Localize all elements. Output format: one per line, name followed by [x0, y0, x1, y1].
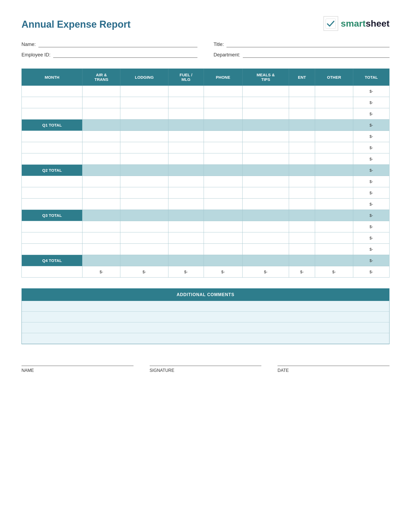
cell-phone[interactable]	[204, 232, 242, 244]
cell-fuel-mlg[interactable]	[168, 199, 204, 210]
cell-fuel-mlg[interactable]	[168, 210, 204, 221]
cell-fuel-mlg[interactable]	[168, 120, 204, 131]
cell-fuel-mlg[interactable]	[168, 131, 204, 142]
cell-meals-tips[interactable]	[242, 142, 289, 153]
department-field[interactable]: Department:	[214, 52, 390, 58]
cell-meals-tips[interactable]	[242, 120, 289, 131]
cell-phone[interactable]	[204, 255, 242, 266]
cell-meals-tips[interactable]	[242, 244, 289, 255]
cell-ent[interactable]	[289, 221, 315, 232]
cell-fuel-mlg[interactable]	[168, 108, 204, 120]
cell-meals-tips[interactable]	[242, 176, 289, 187]
cell-air-trans[interactable]	[82, 108, 120, 120]
cell-fuel-mlg[interactable]	[168, 97, 204, 108]
cell-lodging[interactable]	[120, 120, 168, 131]
cell-meals-tips[interactable]	[242, 199, 289, 210]
cell-ent[interactable]	[289, 176, 315, 187]
cell-fuel-mlg[interactable]	[168, 142, 204, 153]
cell-other[interactable]	[315, 142, 353, 153]
cell-fuel-mlg[interactable]	[168, 255, 204, 266]
cell-air-trans[interactable]	[82, 210, 120, 221]
cell-meals-tips[interactable]	[242, 165, 289, 176]
cell-meals-tips[interactable]	[242, 187, 289, 199]
cell-lodging[interactable]	[120, 86, 168, 97]
cell-meals-tips[interactable]	[242, 108, 289, 120]
cell-other[interactable]	[315, 210, 353, 221]
cell-phone[interactable]	[204, 97, 242, 108]
cell-air-trans[interactable]	[82, 232, 120, 244]
cell-air-trans[interactable]	[82, 97, 120, 108]
cell-other[interactable]	[315, 131, 353, 142]
cell-fuel-mlg[interactable]	[168, 232, 204, 244]
cell-meals-tips[interactable]	[242, 221, 289, 232]
cell-lodging[interactable]	[120, 255, 168, 266]
cell-other[interactable]	[315, 108, 353, 120]
cell-phone[interactable]	[204, 244, 242, 255]
cell-other[interactable]	[315, 176, 353, 187]
cell-fuel-mlg[interactable]	[168, 187, 204, 199]
sig-date-field[interactable]: DATE	[277, 366, 390, 373]
title-field[interactable]: Title:	[214, 42, 390, 47]
cell-phone[interactable]	[204, 221, 242, 232]
cell-ent[interactable]	[289, 244, 315, 255]
cell-other[interactable]	[315, 120, 353, 131]
cell-other[interactable]	[315, 187, 353, 199]
cell-meals-tips[interactable]	[242, 86, 289, 97]
cell-phone[interactable]	[204, 199, 242, 210]
cell-phone[interactable]	[204, 120, 242, 131]
cell-lodging[interactable]	[120, 142, 168, 153]
cell-meals-tips[interactable]	[242, 210, 289, 221]
cell-air-trans[interactable]	[82, 244, 120, 255]
cell-lodging[interactable]	[120, 176, 168, 187]
cell-other[interactable]	[315, 165, 353, 176]
cell-air-trans[interactable]	[82, 86, 120, 97]
employee-id-field[interactable]: Employee ID:	[21, 52, 197, 58]
cell-ent[interactable]	[289, 153, 315, 165]
cell-air-trans[interactable]	[82, 176, 120, 187]
cell-air-trans[interactable]	[82, 153, 120, 165]
cell-lodging[interactable]	[120, 210, 168, 221]
cell-ent[interactable]	[289, 165, 315, 176]
cell-air-trans[interactable]	[82, 142, 120, 153]
cell-air-trans[interactable]	[82, 131, 120, 142]
cell-ent[interactable]	[289, 97, 315, 108]
cell-ent[interactable]	[289, 142, 315, 153]
cell-ent[interactable]	[289, 187, 315, 199]
cell-air-trans[interactable]	[82, 187, 120, 199]
cell-lodging[interactable]	[120, 108, 168, 120]
cell-phone[interactable]	[204, 86, 242, 97]
cell-phone[interactable]	[204, 187, 242, 199]
cell-other[interactable]	[315, 153, 353, 165]
cell-meals-tips[interactable]	[242, 153, 289, 165]
cell-lodging[interactable]	[120, 221, 168, 232]
cell-lodging[interactable]	[120, 153, 168, 165]
cell-phone[interactable]	[204, 131, 242, 142]
cell-lodging[interactable]	[120, 187, 168, 199]
cell-fuel-mlg[interactable]	[168, 176, 204, 187]
cell-lodging[interactable]	[120, 244, 168, 255]
cell-air-trans[interactable]	[82, 255, 120, 266]
cell-meals-tips[interactable]	[242, 255, 289, 266]
cell-fuel-mlg[interactable]	[168, 244, 204, 255]
sig-signature-field[interactable]: SIGNATURE	[150, 366, 262, 373]
cell-fuel-mlg[interactable]	[168, 165, 204, 176]
cell-ent[interactable]	[289, 120, 315, 131]
cell-other[interactable]	[315, 221, 353, 232]
name-field[interactable]: Name:	[21, 42, 197, 47]
cell-ent[interactable]	[289, 86, 315, 97]
sig-name-field[interactable]: NAME	[21, 366, 134, 373]
cell-air-trans[interactable]	[82, 221, 120, 232]
cell-ent[interactable]	[289, 131, 315, 142]
cell-air-trans[interactable]	[82, 165, 120, 176]
cell-ent[interactable]	[289, 255, 315, 266]
cell-phone[interactable]	[204, 210, 242, 221]
cell-ent[interactable]	[289, 210, 315, 221]
cell-ent[interactable]	[289, 232, 315, 244]
cell-phone[interactable]	[204, 165, 242, 176]
cell-phone[interactable]	[204, 153, 242, 165]
cell-meals-tips[interactable]	[242, 232, 289, 244]
cell-lodging[interactable]	[120, 131, 168, 142]
cell-other[interactable]	[315, 86, 353, 97]
cell-other[interactable]	[315, 255, 353, 266]
cell-ent[interactable]	[289, 199, 315, 210]
